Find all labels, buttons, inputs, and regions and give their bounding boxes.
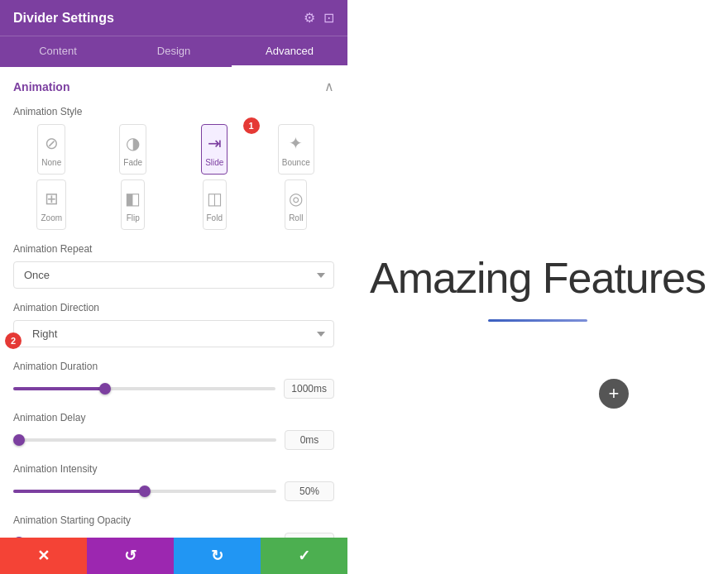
direction-badge: 2 — [5, 332, 22, 349]
zoom-label: Zoom — [41, 213, 62, 222]
style-bounce[interactable]: ✦ Bounce — [278, 124, 314, 175]
fold-label: Fold — [207, 213, 223, 222]
animation-style-grid: ⊘ None ◑ Fade ⇥ Slide — [13, 124, 334, 230]
animation-duration-row: 1000ms — [13, 379, 334, 399]
tab-content[interactable]: Content — [0, 36, 116, 67]
animation-direction-row: 2 Left Right Top Bottom — [13, 320, 334, 361]
preview-divider — [488, 319, 587, 322]
animation-opacity-field: Animation Starting Opacity 0% — [13, 514, 334, 538]
tab-bar: Content Design Advanced — [0, 36, 347, 67]
panel-title: Divider Settings — [13, 11, 114, 26]
style-none[interactable]: ⊘ None — [37, 124, 65, 175]
animation-intensity-track[interactable] — [13, 490, 276, 493]
expand-icon[interactable]: ⊡ — [323, 10, 334, 26]
add-button[interactable]: + — [599, 379, 629, 409]
animation-delay-label: Animation Delay — [13, 412, 334, 423]
header-icons: ⚙ ⊡ — [304, 10, 334, 26]
preview-title: Amazing Features — [370, 253, 706, 303]
animation-section: Animation ∧ Animation Style ⊘ None ◑ — [0, 67, 347, 538]
animation-duration-fill — [13, 387, 105, 390]
settings-panel: Divider Settings ⚙ ⊡ Content Design Adva… — [0, 0, 347, 574]
none-icon: ⊘ — [45, 132, 59, 155]
undo-icon: ↺ — [124, 547, 136, 565]
style-roll[interactable]: ◎ Roll — [285, 179, 307, 230]
style-slide-wrapper: ⇥ Slide 1 — [176, 124, 253, 175]
settings-icon[interactable]: ⚙ — [304, 10, 315, 26]
flip-icon: ◧ — [125, 187, 141, 210]
panel-footer: ✕ ↺ ↻ ✓ — [0, 538, 347, 574]
animation-direction-container: Animation Direction 2 Left Right Top Bot… — [13, 302, 334, 361]
style-fold[interactable]: ◫ Fold — [203, 179, 227, 230]
none-label: None — [41, 158, 61, 167]
animation-duration-track[interactable] — [13, 387, 275, 390]
animation-intensity-thumb[interactable] — [139, 486, 151, 497]
save-icon: ✓ — [298, 547, 310, 565]
roll-icon: ◎ — [289, 187, 303, 210]
animation-delay-field: Animation Delay 0ms — [13, 412, 334, 450]
style-zoom[interactable]: ⊞ Zoom — [36, 179, 66, 230]
flip-label: Flip — [127, 213, 140, 222]
style-fade[interactable]: ◑ Fade — [119, 124, 146, 175]
animation-duration-value: 1000ms — [284, 379, 334, 399]
preview-area: Amazing Features + — [347, 0, 728, 574]
bounce-label: Bounce — [282, 158, 310, 167]
fade-icon: ◑ — [126, 132, 140, 155]
fold-icon: ◫ — [207, 187, 223, 210]
cancel-button[interactable]: ✕ — [0, 538, 87, 574]
animation-intensity-value: 50% — [285, 481, 334, 501]
animation-direction-label: Animation Direction — [13, 302, 334, 313]
style-bounce-wrapper: ✦ Bounce — [258, 124, 335, 175]
style-none-wrapper: ⊘ None — [13, 124, 90, 175]
animation-direction-select[interactable]: Left Right Top Bottom — [13, 320, 334, 347]
animation-delay-thumb[interactable] — [13, 434, 25, 446]
animation-section-header: Animation ∧ — [13, 79, 334, 94]
animation-delay-row: 0ms — [13, 430, 334, 450]
style-zoom-wrapper: ⊞ Zoom — [13, 179, 90, 230]
fade-label: Fade — [123, 158, 142, 167]
animation-intensity-row: 50% — [13, 481, 334, 501]
animation-duration-field: Animation Duration 1000ms — [13, 361, 334, 399]
tab-advanced[interactable]: Advanced — [232, 36, 347, 67]
panel-header: Divider Settings ⚙ ⊡ — [0, 0, 347, 36]
style-flip-wrapper: ◧ Flip — [95, 179, 172, 230]
animation-intensity-label: Animation Intensity — [13, 463, 334, 475]
style-slide[interactable]: ⇥ Slide — [201, 124, 228, 175]
roll-label: Roll — [289, 213, 303, 222]
zoom-icon: ⊞ — [45, 187, 59, 210]
animation-duration-thumb[interactable] — [99, 383, 111, 395]
section-collapse-icon[interactable]: ∧ — [324, 79, 334, 94]
animation-delay-value: 0ms — [285, 430, 334, 450]
animation-section-title: Animation — [13, 80, 69, 93]
animation-intensity-fill — [13, 490, 145, 493]
slide-label: Slide — [205, 158, 223, 167]
animation-intensity-field: Animation Intensity 50% — [13, 463, 334, 501]
animation-repeat-label: Animation Repeat — [13, 243, 334, 255]
undo-button[interactable]: ↺ — [87, 538, 174, 574]
save-button[interactable]: ✓ — [261, 538, 347, 574]
cancel-icon: ✕ — [37, 547, 50, 565]
redo-button[interactable]: ↻ — [174, 538, 261, 574]
bounce-icon: ✦ — [289, 132, 303, 155]
style-roll-wrapper: ◎ Roll — [258, 179, 335, 230]
animation-repeat-select[interactable]: Once Loop Loop Half — [13, 261, 334, 289]
slide-badge: 1 — [243, 117, 260, 134]
style-fold-wrapper: ◫ Fold — [176, 179, 253, 230]
animation-duration-label: Animation Duration — [13, 361, 334, 372]
animation-delay-track[interactable] — [13, 438, 276, 442]
slide-icon: ⇥ — [208, 132, 222, 155]
add-icon: + — [609, 383, 620, 404]
tab-design[interactable]: Design — [116, 36, 232, 67]
animation-opacity-label: Animation Starting Opacity — [13, 514, 334, 526]
style-fade-wrapper: ◑ Fade — [95, 124, 172, 175]
animation-style-label: Animation Style — [13, 106, 334, 117]
redo-icon: ↻ — [211, 547, 223, 565]
panel-content: Animation ∧ Animation Style ⊘ None ◑ — [0, 67, 347, 538]
style-flip[interactable]: ◧ Flip — [121, 179, 145, 230]
